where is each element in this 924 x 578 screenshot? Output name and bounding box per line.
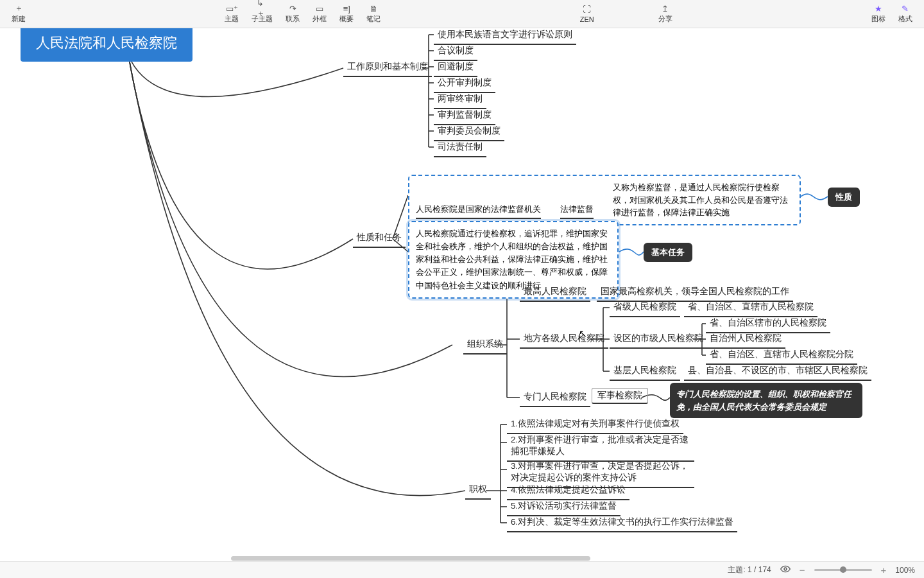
leaf[interactable]: 两审终审制	[434, 91, 486, 109]
relation-icon: ↷	[287, 4, 298, 13]
zen-button[interactable]: ⛶ ZEN	[574, 3, 601, 25]
svg-point-0	[784, 568, 787, 570]
supreme-a[interactable]: 最高人民检察院	[520, 284, 590, 302]
special-a[interactable]: 专门人民检察院	[520, 389, 590, 407]
power-0[interactable]: 1.依照法律规定对有关刑事案件行使侦查权	[507, 416, 683, 434]
relation-label: 联系	[286, 14, 300, 24]
boundary-label: 外框	[312, 14, 327, 24]
zen-label: ZEN	[580, 15, 594, 23]
topic-count: 主题: 1 / 174	[728, 565, 771, 575]
leaf[interactable]: 司法责任制	[434, 139, 486, 157]
zen-icon: ⛶	[581, 5, 593, 14]
topic-label: 主题	[225, 14, 239, 24]
zoom-in-button[interactable]: +	[881, 565, 887, 575]
local-label[interactable]: 地方各级人民检察院	[520, 331, 608, 349]
subtopic-icon: ↳＋	[257, 4, 268, 13]
subtopic-button[interactable]: ↳＋ 子主题	[245, 3, 279, 25]
summary-button[interactable]: ≡] 概要	[333, 3, 360, 25]
leaf[interactable]: 审判监督制度	[434, 107, 495, 125]
subtopic-label: 子主题	[252, 14, 273, 24]
power-5[interactable]: 6.对判决、裁定等生效法律文书的执行工作实行法律监督	[507, 514, 737, 532]
branch-power[interactable]: 职权	[465, 482, 491, 500]
special-b[interactable]: 军事检察院	[592, 388, 648, 404]
relation-button[interactable]: ↷ 联系	[279, 3, 306, 25]
horizontal-scrollbar[interactable]	[0, 556, 924, 561]
format-icon: ✎	[900, 4, 911, 13]
cursor-icon: ↖	[579, 328, 586, 338]
format-button[interactable]: ✎ 格式	[892, 3, 919, 25]
marker-label: 图标	[871, 14, 886, 24]
branch-org[interactable]: 组织系统	[463, 337, 507, 355]
leaf[interactable]: 审判委员会制度	[434, 123, 504, 141]
share-button[interactable]: ↥ 分享	[652, 3, 679, 25]
boundary-icon: ▭	[314, 4, 325, 13]
notes-label: 笔记	[366, 14, 381, 24]
power-3[interactable]: 4.依照法律规定提起公益诉讼	[507, 482, 629, 500]
base-b[interactable]: 县、自治县、不设区的市、市辖区人民检察院	[684, 363, 871, 381]
marker-icon: ★	[873, 4, 884, 13]
summary-label: 概要	[339, 14, 354, 24]
new-button[interactable]: ＋ 新建	[5, 3, 32, 25]
root-topic[interactable]: 人民法院和人民检察院	[21, 28, 193, 62]
power-4[interactable]: 5.对诉讼活动实行法律监督	[507, 498, 620, 516]
status-bar: 主题: 1 / 174 − + 100%	[0, 561, 924, 578]
branch-nature-task[interactable]: 性质和任务	[353, 230, 406, 248]
nature-row[interactable]: 人民检察院是国家的法律监督机关 法律监督 又称为检察监督，是通过人民检察院行使检…	[408, 175, 801, 225]
callout-special[interactable]: 专门人民检察院的设置、组织、职权和检察官任免，由全国人民代表大会常务委员会规定	[670, 383, 862, 418]
zoom-out-button[interactable]: −	[800, 565, 805, 575]
prov-a[interactable]: 省级人民检察院	[610, 299, 680, 317]
marker-button[interactable]: ★ 图标	[865, 3, 892, 25]
city-i2[interactable]: 省、自治区、直辖市人民检察院分院	[706, 347, 857, 365]
format-label: 格式	[898, 14, 912, 24]
summary-icon: ≡]	[341, 4, 352, 13]
zoom-level[interactable]: 100%	[895, 566, 915, 575]
share-icon: ↥	[660, 4, 671, 13]
prov-b[interactable]: 省、自治区、直辖市人民检察院	[684, 299, 817, 317]
topic-button[interactable]: ▭⁺ 主题	[218, 3, 245, 25]
callout-task[interactable]: 基本任务	[644, 243, 692, 262]
city-a[interactable]: 设区的市级人民检察院	[610, 331, 707, 349]
city-i1[interactable]: 自治州人民检察院	[706, 331, 785, 349]
nature-a: 人民检察院是国家的法律监督机关	[416, 204, 541, 219]
toolbar: ＋ 新建 ▭⁺ 主题 ↳＋ 子主题 ↷ 联系 ▭ 外框 ≡] 概要 🗎 笔记	[0, 0, 924, 28]
base-a[interactable]: 基层人民检察院	[610, 363, 680, 381]
topic-icon: ▭⁺	[226, 4, 237, 13]
share-label: 分享	[658, 14, 672, 24]
leaf[interactable]: 回避制度	[434, 59, 477, 77]
eye-icon[interactable]	[780, 564, 791, 576]
nature-c: 又称为检察监督，是通过人民检察院行使检察权，对国家机关及其工作人员和公民是否遵守…	[613, 181, 793, 219]
notes-button[interactable]: 🗎 笔记	[360, 3, 387, 25]
zoom-thumb[interactable]	[840, 566, 846, 573]
nature-b: 法律监督	[560, 204, 594, 219]
leaf[interactable]: 合议制度	[434, 43, 477, 61]
notes-icon: 🗎	[368, 4, 379, 13]
boundary-button[interactable]: ▭ 外框	[306, 3, 333, 25]
scrollbar-thumb[interactable]	[231, 556, 590, 561]
branch-principles[interactable]: 工作原则和基本制度	[343, 59, 432, 77]
new-label: 新建	[12, 14, 26, 24]
callout-nature[interactable]: 性质	[828, 188, 860, 207]
power-1[interactable]: 2.对刑事案件进行审查，批准或者决定是否逮捕犯罪嫌疑人	[507, 432, 694, 462]
mindmap-canvas[interactable]: 人民法院和人民检察院 工作原则和基本制度 使用本民族语言文字进行诉讼原则 合议制…	[0, 28, 924, 561]
plus-icon: ＋	[13, 4, 24, 13]
leaf[interactable]: 公开审判制度	[434, 75, 495, 93]
zoom-slider[interactable]	[814, 569, 872, 571]
